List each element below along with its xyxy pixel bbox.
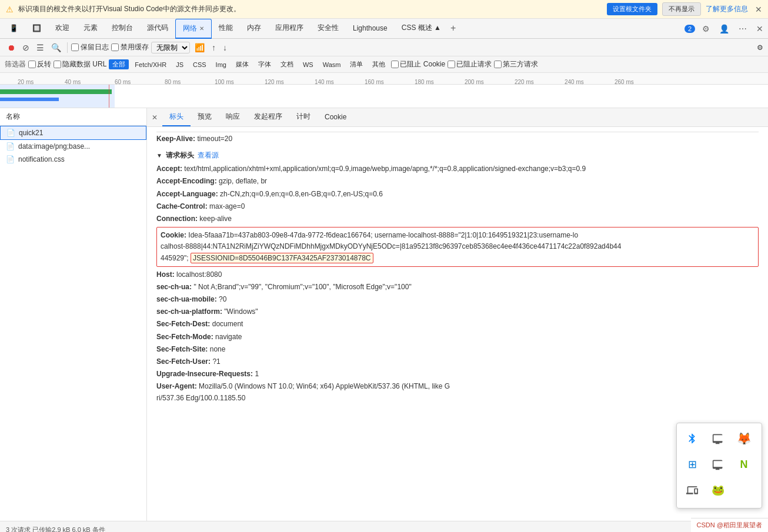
blocked-requests-checkbox[interactable]: 已阻止请求 [448,59,492,69]
record-stop-icon[interactable]: ⏺ [5,42,18,53]
filter-wasm-btn[interactable]: Wasm [319,61,345,69]
filter-fetch-btn[interactable]: Fetch/XHR [131,61,170,69]
tab-memory[interactable]: 内存 [240,19,268,39]
dots-icon[interactable]: ⋯ [736,22,749,36]
file-icon-data-image: 📄 [6,142,15,150]
filter-media-btn[interactable]: 媒体 [232,59,252,69]
notification-close-icon[interactable]: ✕ [755,5,762,14]
blocked-cookies-checkbox[interactable]: 已阻止 Cookie [391,59,445,69]
network-tab-close[interactable]: ✕ [199,25,204,32]
more-options-icon[interactable]: 👤 [717,22,732,36]
popup-screen2-icon[interactable] [707,454,729,475]
network-settings-icon[interactable]: ⚙ [757,44,763,52]
popup-bluetooth-icon[interactable] [682,428,703,449]
search-icon[interactable]: 🔍 [49,42,64,53]
upload-icon[interactable]: ↑ [209,42,218,53]
wifi-icon[interactable]: 📶 [192,42,207,53]
filter-ws-btn[interactable]: WS [299,61,317,69]
settings-gear-icon[interactable]: ⚙ [700,22,712,36]
tab-inspect[interactable]: 🔲 [25,19,48,39]
tab-console[interactable]: 控制台 [105,19,140,39]
filter-all-btn[interactable]: 全部 [109,59,129,69]
disable-cache-checkbox[interactable]: 禁用缓存 [111,42,149,52]
host-val: localhost:8080 [176,270,222,279]
warning-icon: ⚠ [6,5,14,14]
header-cookie: Cookie: Idea-5faaa71b=437ab803-09e8-47da… [156,227,759,267]
devtools-close-icon[interactable]: ✕ [754,22,766,36]
ruler-220ms: 220 ms [515,79,534,85]
tab-lighthouse[interactable]: Lighthouse [346,19,395,39]
view-source-link[interactable]: 查看源 [198,150,219,160]
download-icon[interactable]: ↓ [221,42,229,53]
detail-tab-cookie[interactable]: Cookie [318,109,353,126]
file-icon-quick21: 📄 [6,129,15,137]
hide-data-url-checkbox[interactable]: 隐藏数据 URL [54,59,106,69]
sec-fetch-mode-val: navigate [215,333,242,341]
detail-tab-preview[interactable]: 预览 [191,108,219,126]
section-toggle-icon[interactable]: ▼ [156,152,162,159]
popup-frog-icon[interactable]: 🐸 [707,480,729,501]
file-item-quick21[interactable]: 📄 quick21 [0,126,146,140]
preserve-log-input[interactable] [71,44,79,51]
detail-panel: ✕ 标头 预览 响应 发起程序 计时 Cookie Keep-Alive: ti… [147,108,768,521]
filter-css-btn[interactable]: CSS [189,61,210,69]
ruler-80ms: 80 ms [165,79,181,85]
detail-tab-initiator[interactable]: 发起程序 [247,108,289,126]
request-headers-title: 请求标头 [166,150,194,160]
learn-more-link[interactable]: 了解更多信息 [706,4,748,14]
filter-js-btn[interactable]: JS [172,61,187,69]
third-party-input[interactable] [494,61,502,68]
accept-val: text/html,application/xhtml+xml,applicat… [184,165,586,173]
filter-manifest-btn[interactable]: 清单 [346,59,366,69]
popup-screen3-icon[interactable] [682,480,703,501]
ruler-120ms: 120 ms [265,79,284,85]
file-item-notification-css[interactable]: 📄 notification.css [0,153,146,166]
tab-device-toggle[interactable]: 📱 [2,19,25,39]
tab-add-icon[interactable]: + [448,19,458,39]
filter-doc-btn[interactable]: 文档 [277,59,297,69]
detail-tab-timing[interactable]: 计时 [289,108,318,126]
filter-icon[interactable]: ☰ [34,42,46,53]
dont-show-button[interactable]: 不再显示 [662,2,701,16]
filter-other-btn[interactable]: 其他 [369,59,389,69]
popup-orange-icon[interactable]: 🦊 [733,428,754,449]
tab-welcome[interactable]: 欢迎 [48,19,76,39]
filter-img-btn[interactable]: Img [212,61,230,69]
detail-content: Keep-Alive: timeout=20 ▼ 请求标头 查看源 Accept… [147,127,768,521]
reverse-checkbox[interactable]: 反转 [28,59,51,69]
tab-elements[interactable]: 元素 [76,19,105,39]
filter-font-btn[interactable]: 字体 [255,59,275,69]
tab-css-overview[interactable]: CSS 概述 ▲ [395,19,448,39]
set-root-button[interactable]: 设置根文件夹 [607,3,657,15]
clear-icon[interactable]: ⊘ [20,42,32,53]
blocked-requests-input[interactable] [448,61,455,68]
preserve-log-checkbox[interactable]: 保留日志 [71,42,109,52]
file-name-quick21: quick21 [19,129,43,137]
detail-close-icon[interactable]: ✕ [152,113,158,122]
popup-windows-icon[interactable]: ⊞ [682,454,703,475]
third-party-checkbox[interactable]: 第三方请求 [494,59,538,69]
keep-alive-row: Keep-Alive: timeout=20 [156,132,759,146]
file-item-data-image[interactable]: 📄 data:image/png;base... [0,140,146,153]
reverse-input[interactable] [28,61,36,68]
tab-performance[interactable]: 性能 [212,19,240,39]
tab-network[interactable]: 网络 ✕ [175,19,212,39]
popup-empty-icon [733,480,754,501]
throttle-select[interactable]: 无限制 [151,42,190,53]
detail-tab-headers[interactable]: 标头 [162,108,191,126]
popup-screen1-icon[interactable] [707,428,729,449]
blocked-requests-label: 已阻止请求 [456,59,492,69]
tab-application[interactable]: 应用程序 [268,19,310,39]
hide-data-url-input[interactable] [54,61,61,68]
header-sec-fetch-mode: Sec-Fetch-Mode: navigate [156,331,759,343]
tab-security[interactable]: 安全性 [310,19,346,39]
filter-bar: 筛选器 反转 隐藏数据 URL 全部 Fetch/XHR JS CSS Img … [0,56,768,73]
popup-nvidia-icon[interactable]: N [733,454,754,475]
header-connection: Connection: keep-alive [156,213,759,225]
header-upgrade-insecure: Upgrade-Insecure-Requests: 1 [156,368,759,380]
preserve-log-label: 保留日志 [81,42,109,52]
tab-sources[interactable]: 源代码 [140,19,175,39]
disable-cache-input[interactable] [111,44,119,51]
detail-tab-response[interactable]: 响应 [219,108,247,126]
blocked-cookies-input[interactable] [391,61,399,68]
